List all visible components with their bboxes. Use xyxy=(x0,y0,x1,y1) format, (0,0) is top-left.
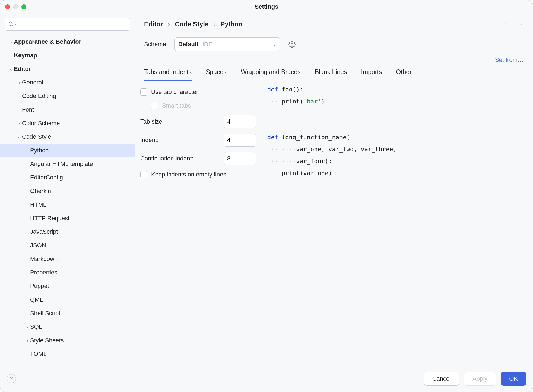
tree-item[interactable]: Python xyxy=(0,144,135,157)
checkbox[interactable] xyxy=(140,88,147,96)
tree-item[interactable]: ›Color Scheme xyxy=(0,116,135,130)
chevron-icon: ⌄ xyxy=(17,134,22,140)
tree-item-label: EditorConfig xyxy=(30,174,63,181)
indent-input[interactable] xyxy=(224,134,256,147)
tree-item[interactable]: ›SQL xyxy=(0,320,135,334)
tree-item[interactable]: TOML xyxy=(0,347,135,361)
settings-window: Settings ▾ ›Appearance & BehaviorKeymap⌄… xyxy=(0,0,533,392)
tree-item[interactable]: EditorConfig xyxy=(0,171,135,184)
nav-back-button[interactable]: ← xyxy=(503,20,510,28)
search-options-caret-icon[interactable]: ▾ xyxy=(15,22,16,26)
cancel-button[interactable]: Cancel xyxy=(424,372,459,386)
tree-item[interactable]: Properties xyxy=(0,266,135,279)
tab-size-input[interactable] xyxy=(224,115,256,128)
chevron-icon: › xyxy=(17,121,22,126)
indent-form: Use tab character Smart tabs Tab size: I… xyxy=(135,81,262,365)
tree-item[interactable]: Markdown xyxy=(0,252,135,266)
nav-arrows: ← → xyxy=(503,20,524,28)
breadcrumb: Editor › Code Style › Python xyxy=(144,20,243,28)
chevron-icon: › xyxy=(17,80,22,86)
tree-item-label: Python xyxy=(30,147,49,154)
chevron-icon: › xyxy=(25,324,30,330)
search-input[interactable]: ▾ xyxy=(5,18,130,31)
ok-button[interactable]: OK xyxy=(501,372,526,386)
tree-item-label: Puppet xyxy=(30,283,49,290)
help-button[interactable]: ? xyxy=(7,374,16,383)
tree-item-label: Shell Script xyxy=(30,310,60,317)
zoom-window-button[interactable] xyxy=(21,4,26,9)
svg-line-1 xyxy=(12,25,14,27)
keep-indents-checkbox-row[interactable]: Keep indents on empty lines xyxy=(140,168,256,181)
apply-button: Apply xyxy=(464,372,496,386)
footer: ? Cancel Apply OK xyxy=(0,365,533,392)
chevron-down-icon: ⌄ xyxy=(272,42,276,47)
tree-item[interactable]: ›General xyxy=(0,76,135,89)
settings-tree[interactable]: ›Appearance & BehaviorKeymap⌄Editor›Gene… xyxy=(0,35,135,365)
tree-item[interactable]: JavaScript xyxy=(0,225,135,239)
tab[interactable]: Tabs and Indents xyxy=(144,68,192,81)
continuation-indent-label: Continuation indent: xyxy=(140,155,193,162)
smart-tabs-checkbox-row: Smart tabs xyxy=(151,99,256,112)
tree-item-label: Color Scheme xyxy=(22,120,60,127)
tab[interactable]: Imports xyxy=(361,68,382,81)
tree-item[interactable]: Puppet xyxy=(0,279,135,293)
smart-tabs-label: Smart tabs xyxy=(162,102,191,109)
scheme-name: Default xyxy=(178,41,199,48)
svg-point-2 xyxy=(291,43,293,45)
tree-item-label: Code Editing xyxy=(22,93,56,100)
scheme-select[interactable]: Default IDE ⌄ xyxy=(174,37,280,51)
checkbox[interactable] xyxy=(140,171,147,178)
set-from-link[interactable]: Set from… xyxy=(495,56,524,64)
tree-item[interactable]: Code Editing xyxy=(0,89,135,103)
tree-item-label: Code Style xyxy=(22,133,51,140)
scheme-scope: IDE xyxy=(202,41,212,48)
breadcrumb-code-style[interactable]: Code Style xyxy=(175,20,208,28)
tree-item-label: Style Sheets xyxy=(30,337,64,344)
tree-item-label: HTML xyxy=(30,201,46,208)
tree-item-label: Angular HTML template xyxy=(30,160,93,167)
tree-item-label: SQL xyxy=(30,323,42,330)
tab[interactable]: Blank Lines xyxy=(315,68,347,81)
tree-item-label: Properties xyxy=(30,269,57,276)
chevron-right-icon: › xyxy=(168,20,170,28)
tree-item-label: Appearance & Behavior xyxy=(14,38,81,45)
tree-item-label: JSON xyxy=(30,242,46,249)
window-title: Settings xyxy=(0,3,533,10)
tab-size-label: Tab size: xyxy=(140,118,164,125)
tree-item[interactable]: ⌄Editor xyxy=(0,62,135,76)
tree-item-label: General xyxy=(22,79,43,86)
tree-item-label: Gherkin xyxy=(30,188,51,195)
tree-item[interactable]: ⌄Code Style xyxy=(0,130,135,144)
continuation-indent-input[interactable] xyxy=(224,152,256,165)
breadcrumb-python: Python xyxy=(220,20,242,28)
search-icon xyxy=(8,21,14,27)
window-controls xyxy=(5,4,26,9)
tree-item-label: HTTP Request xyxy=(30,215,69,222)
scheme-label: Scheme: xyxy=(144,41,168,48)
tab[interactable]: Wrapping and Braces xyxy=(241,68,301,81)
tree-item[interactable]: HTTP Request xyxy=(0,211,135,225)
tree-item[interactable]: ›Style Sheets xyxy=(0,334,135,347)
tree-item[interactable]: HTML xyxy=(0,198,135,211)
tree-item[interactable]: Angular HTML template xyxy=(0,157,135,171)
tab[interactable]: Spaces xyxy=(206,68,227,81)
close-window-button[interactable] xyxy=(5,4,10,9)
scheme-actions-button[interactable] xyxy=(287,39,297,50)
use-tab-character-checkbox-row[interactable]: Use tab character xyxy=(140,85,256,99)
chevron-icon: › xyxy=(8,39,14,45)
checkbox xyxy=(151,102,158,109)
main-panel: Editor › Code Style › Python ← → Scheme: xyxy=(135,13,533,365)
tree-item-label: Keymap xyxy=(14,52,37,59)
tree-item-label: Editor xyxy=(14,65,31,72)
tree-item[interactable]: Gherkin xyxy=(0,184,135,198)
tree-item[interactable]: ›Appearance & Behavior xyxy=(0,35,135,49)
tree-item[interactable]: JSON xyxy=(0,239,135,252)
tree-item[interactable]: QML xyxy=(0,293,135,306)
tab[interactable]: Other xyxy=(396,68,412,81)
tree-item-label: Markdown xyxy=(30,255,58,263)
minimize-window-button[interactable] xyxy=(13,4,18,9)
tree-item[interactable]: Font xyxy=(0,103,135,116)
breadcrumb-editor[interactable]: Editor xyxy=(144,20,163,28)
tree-item[interactable]: Shell Script xyxy=(0,306,135,320)
tree-item[interactable]: Keymap xyxy=(0,49,135,62)
